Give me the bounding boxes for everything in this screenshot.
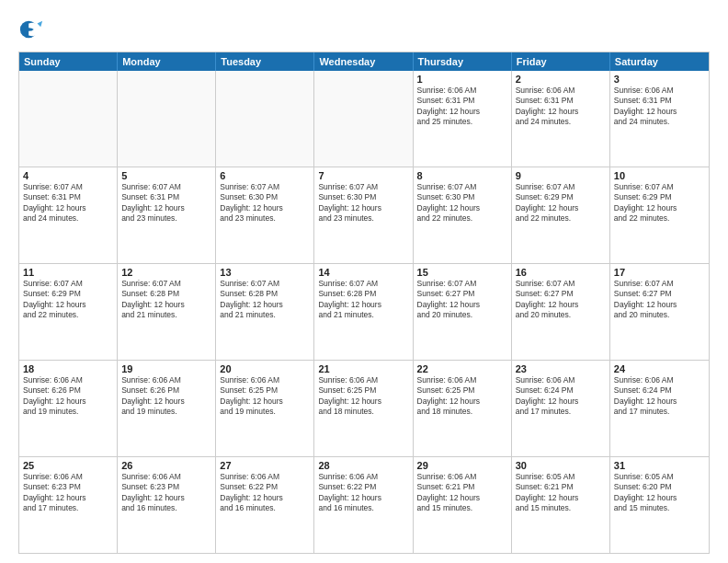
page-header <box>18 17 710 42</box>
weekday-header-monday: Monday <box>118 52 216 71</box>
logo <box>18 17 50 42</box>
calendar: SundayMondayTuesdayWednesdayThursdayFrid… <box>18 52 710 554</box>
calendar-row-4: 18Sunrise: 6:06 AM Sunset: 6:26 PM Dayli… <box>19 360 709 456</box>
day-info: Sunrise: 6:06 AM Sunset: 6:21 PM Dayligh… <box>417 472 507 514</box>
calendar-cell-8: 8Sunrise: 6:07 AM Sunset: 6:30 PM Daylig… <box>414 167 512 263</box>
day-number: 17 <box>614 267 705 278</box>
day-info: Sunrise: 6:06 AM Sunset: 6:23 PM Dayligh… <box>121 472 211 514</box>
day-number: 5 <box>121 170 211 181</box>
day-info: Sunrise: 6:07 AM Sunset: 6:28 PM Dayligh… <box>220 279 310 321</box>
day-info: Sunrise: 6:06 AM Sunset: 6:26 PM Dayligh… <box>121 375 211 418</box>
calendar-cell-2: 2Sunrise: 6:06 AM Sunset: 6:31 PM Daylig… <box>512 71 610 167</box>
day-info: Sunrise: 6:07 AM Sunset: 6:29 PM Dayligh… <box>516 182 606 224</box>
calendar-cell-21: 21Sunrise: 6:06 AM Sunset: 6:25 PM Dayli… <box>314 361 413 456</box>
weekday-header-friday: Friday <box>512 52 610 71</box>
day-info: Sunrise: 6:07 AM Sunset: 6:30 PM Dayligh… <box>417 182 507 224</box>
calendar-cell-1: 1Sunrise: 6:06 AM Sunset: 6:31 PM Daylig… <box>414 71 512 167</box>
calendar-cell-20: 20Sunrise: 6:06 AM Sunset: 6:25 PM Dayli… <box>216 361 314 456</box>
day-info: Sunrise: 6:05 AM Sunset: 6:21 PM Dayligh… <box>516 472 606 514</box>
calendar-row-3: 11Sunrise: 6:07 AM Sunset: 6:29 PM Dayli… <box>19 263 709 360</box>
day-number: 18 <box>23 363 113 374</box>
day-info: Sunrise: 6:06 AM Sunset: 6:23 PM Dayligh… <box>23 472 113 514</box>
day-info: Sunrise: 6:07 AM Sunset: 6:29 PM Dayligh… <box>23 279 113 321</box>
day-number: 1 <box>417 74 507 85</box>
day-number: 29 <box>417 460 507 471</box>
day-number: 4 <box>23 170 113 181</box>
weekday-header-tuesday: Tuesday <box>216 52 314 71</box>
calendar-cell-10: 10Sunrise: 6:07 AM Sunset: 6:29 PM Dayli… <box>610 167 709 263</box>
day-number: 28 <box>318 460 408 471</box>
day-number: 11 <box>23 267 113 278</box>
day-number: 27 <box>220 460 310 471</box>
calendar-cell-26: 26Sunrise: 6:06 AM Sunset: 6:23 PM Dayli… <box>118 457 216 553</box>
day-info: Sunrise: 6:06 AM Sunset: 6:31 PM Dayligh… <box>417 86 507 128</box>
day-number: 24 <box>614 363 705 374</box>
day-info: Sunrise: 6:07 AM Sunset: 6:31 PM Dayligh… <box>23 182 113 224</box>
calendar-cell-23: 23Sunrise: 6:06 AM Sunset: 6:24 PM Dayli… <box>512 361 610 456</box>
calendar-cell-9: 9Sunrise: 6:07 AM Sunset: 6:29 PM Daylig… <box>512 167 610 263</box>
day-info: Sunrise: 6:07 AM Sunset: 6:28 PM Dayligh… <box>318 279 408 321</box>
weekday-header-sunday: Sunday <box>19 52 118 71</box>
calendar-cell-12: 12Sunrise: 6:07 AM Sunset: 6:28 PM Dayli… <box>118 264 216 360</box>
calendar-cell-31: 31Sunrise: 6:05 AM Sunset: 6:20 PM Dayli… <box>610 457 709 553</box>
calendar-row-5: 25Sunrise: 6:06 AM Sunset: 6:23 PM Dayli… <box>19 456 709 553</box>
day-number: 20 <box>220 363 310 374</box>
calendar-cell-3: 3Sunrise: 6:06 AM Sunset: 6:31 PM Daylig… <box>610 71 709 167</box>
day-number: 8 <box>417 170 507 181</box>
calendar-body: 1Sunrise: 6:06 AM Sunset: 6:31 PM Daylig… <box>19 71 709 553</box>
day-info: Sunrise: 6:06 AM Sunset: 6:25 PM Dayligh… <box>417 375 507 418</box>
calendar-cell-6: 6Sunrise: 6:07 AM Sunset: 6:30 PM Daylig… <box>216 167 314 263</box>
day-number: 6 <box>220 170 310 181</box>
day-number: 21 <box>318 363 408 374</box>
calendar-cell-30: 30Sunrise: 6:05 AM Sunset: 6:21 PM Dayli… <box>512 457 610 553</box>
day-info: Sunrise: 6:06 AM Sunset: 6:25 PM Dayligh… <box>220 375 310 418</box>
day-number: 9 <box>516 170 606 181</box>
logo-icon <box>18 17 44 42</box>
day-info: Sunrise: 6:06 AM Sunset: 6:25 PM Dayligh… <box>318 375 408 418</box>
day-number: 25 <box>23 460 113 471</box>
day-number: 22 <box>417 363 507 374</box>
day-number: 3 <box>614 74 705 85</box>
day-info: Sunrise: 6:07 AM Sunset: 6:30 PM Dayligh… <box>220 182 310 224</box>
day-info: Sunrise: 6:06 AM Sunset: 6:31 PM Dayligh… <box>516 86 606 128</box>
calendar-cell-29: 29Sunrise: 6:06 AM Sunset: 6:21 PM Dayli… <box>414 457 512 553</box>
day-number: 7 <box>318 170 408 181</box>
calendar-cell-4: 4Sunrise: 6:07 AM Sunset: 6:31 PM Daylig… <box>19 167 118 263</box>
day-number: 12 <box>121 267 211 278</box>
day-number: 15 <box>417 267 507 278</box>
day-info: Sunrise: 6:07 AM Sunset: 6:28 PM Dayligh… <box>121 279 211 321</box>
weekday-header-wednesday: Wednesday <box>314 52 413 71</box>
day-number: 13 <box>220 267 310 278</box>
calendar-cell-5: 5Sunrise: 6:07 AM Sunset: 6:31 PM Daylig… <box>118 167 216 263</box>
calendar-cell-empty <box>118 71 216 167</box>
day-number: 2 <box>516 74 606 85</box>
calendar-cell-24: 24Sunrise: 6:06 AM Sunset: 6:24 PM Dayli… <box>610 361 709 456</box>
calendar-cell-15: 15Sunrise: 6:07 AM Sunset: 6:27 PM Dayli… <box>414 264 512 360</box>
day-info: Sunrise: 6:07 AM Sunset: 6:29 PM Dayligh… <box>614 182 705 224</box>
day-info: Sunrise: 6:06 AM Sunset: 6:22 PM Dayligh… <box>220 472 310 514</box>
calendar-cell-empty <box>19 71 118 167</box>
day-info: Sunrise: 6:07 AM Sunset: 6:30 PM Dayligh… <box>318 182 408 224</box>
weekday-header-saturday: Saturday <box>610 52 709 71</box>
day-number: 16 <box>516 267 606 278</box>
calendar-header: SundayMondayTuesdayWednesdayThursdayFrid… <box>19 52 709 71</box>
day-number: 10 <box>614 170 705 181</box>
calendar-cell-27: 27Sunrise: 6:06 AM Sunset: 6:22 PM Dayli… <box>216 457 314 553</box>
day-number: 26 <box>121 460 211 471</box>
day-info: Sunrise: 6:06 AM Sunset: 6:26 PM Dayligh… <box>23 375 113 418</box>
day-info: Sunrise: 6:06 AM Sunset: 6:24 PM Dayligh… <box>614 375 705 418</box>
day-info: Sunrise: 6:06 AM Sunset: 6:22 PM Dayligh… <box>318 472 408 514</box>
calendar-cell-7: 7Sunrise: 6:07 AM Sunset: 6:30 PM Daylig… <box>314 167 413 263</box>
calendar-cell-11: 11Sunrise: 6:07 AM Sunset: 6:29 PM Dayli… <box>19 264 118 360</box>
day-info: Sunrise: 6:07 AM Sunset: 6:31 PM Dayligh… <box>121 182 211 224</box>
weekday-header-thursday: Thursday <box>414 52 512 71</box>
calendar-cell-17: 17Sunrise: 6:07 AM Sunset: 6:27 PM Dayli… <box>610 264 709 360</box>
calendar-row-1: 1Sunrise: 6:06 AM Sunset: 6:31 PM Daylig… <box>19 71 709 167</box>
day-info: Sunrise: 6:05 AM Sunset: 6:20 PM Dayligh… <box>614 472 705 514</box>
calendar-cell-empty <box>216 71 314 167</box>
day-info: Sunrise: 6:07 AM Sunset: 6:27 PM Dayligh… <box>417 279 507 321</box>
day-number: 23 <box>516 363 606 374</box>
day-number: 19 <box>121 363 211 374</box>
calendar-cell-19: 19Sunrise: 6:06 AM Sunset: 6:26 PM Dayli… <box>118 361 216 456</box>
day-number: 14 <box>318 267 408 278</box>
